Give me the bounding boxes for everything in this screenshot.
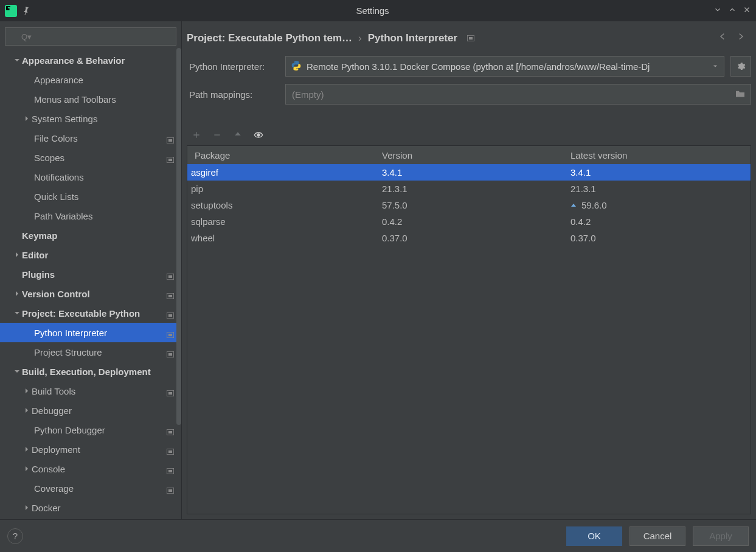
tree-node-project-executable-python[interactable]: Project: Executable Python bbox=[0, 303, 181, 323]
col-header-latest[interactable]: Latest version bbox=[564, 150, 751, 160]
tree-node-editor[interactable]: Editor bbox=[0, 245, 181, 264]
expand-icon[interactable] bbox=[728, 5, 737, 16]
nav-forward-icon bbox=[735, 31, 746, 45]
ok-button[interactable]: OK bbox=[566, 526, 622, 546]
svg-rect-6 bbox=[168, 275, 172, 278]
tree-node-debugger[interactable]: Debugger bbox=[0, 401, 181, 420]
settings-content: Project: Executable Python tem… › Python… bbox=[182, 21, 756, 519]
tree-node-project-structure[interactable]: Project Structure bbox=[0, 342, 181, 362]
tree-node-quick-lists[interactable]: Quick Lists bbox=[0, 187, 181, 206]
close-icon[interactable] bbox=[743, 5, 751, 16]
tree-node-keymap[interactable]: Keymap bbox=[0, 226, 181, 245]
chevron-right-icon bbox=[22, 446, 32, 452]
update-available-icon bbox=[570, 200, 577, 210]
project-marker-icon bbox=[167, 329, 175, 336]
tree-node-deployment[interactable]: Deployment bbox=[0, 440, 181, 459]
nav-back-icon[interactable] bbox=[717, 31, 728, 45]
tree-node-label: Python Interpreter bbox=[34, 328, 167, 338]
chevron-right-icon bbox=[22, 388, 32, 394]
search-input[interactable] bbox=[5, 27, 176, 46]
tree-node-label: Keymap bbox=[22, 230, 175, 241]
tree-node-appearance-behavior[interactable]: Appearance & Behavior bbox=[0, 50, 181, 70]
add-package-icon[interactable] bbox=[192, 130, 201, 142]
package-row[interactable]: sqlparse0.4.20.4.2 bbox=[187, 213, 751, 230]
tree-node-label: System Settings bbox=[32, 114, 175, 124]
settings-tree[interactable]: Appearance & BehaviorAppearanceMenus and… bbox=[0, 50, 181, 519]
folder-icon[interactable] bbox=[735, 89, 746, 100]
chevron-right-icon bbox=[22, 505, 32, 511]
interpreter-settings-button[interactable] bbox=[730, 56, 751, 77]
interpreter-value: Remote Python 3.10.1 Docker Compose (pyt… bbox=[307, 61, 650, 72]
package-latest: 0.4.2 bbox=[564, 216, 751, 227]
tree-node-build-tools[interactable]: Build Tools bbox=[0, 381, 181, 401]
breadcrumb-project[interactable]: Project: Executable Python tem… bbox=[187, 32, 352, 44]
tree-node-python-debugger[interactable]: Python Debugger bbox=[0, 420, 181, 440]
chevron-right-icon bbox=[22, 466, 32, 472]
tree-node-appearance[interactable]: Appearance bbox=[0, 70, 181, 89]
package-row[interactable]: wheel0.37.00.37.0 bbox=[187, 230, 751, 246]
tree-node-coverage[interactable]: Coverage bbox=[0, 478, 181, 498]
remove-package-icon[interactable] bbox=[212, 130, 222, 142]
package-name: pip bbox=[187, 184, 376, 194]
tree-node-python-interpreter[interactable]: Python Interpreter bbox=[0, 323, 181, 342]
tree-node-label: Appearance bbox=[34, 75, 175, 85]
path-mappings-value: (Empty) bbox=[292, 89, 324, 100]
upgrade-package-icon[interactable] bbox=[233, 130, 243, 142]
cancel-button[interactable]: Cancel bbox=[629, 526, 685, 546]
col-header-version[interactable]: Version bbox=[376, 150, 564, 160]
tree-node-label: Deployment bbox=[32, 444, 167, 455]
package-row[interactable]: pip21.3.121.3.1 bbox=[187, 181, 751, 197]
help-button[interactable]: ? bbox=[7, 528, 23, 544]
app-icon bbox=[5, 5, 17, 17]
tree-node-label: Build, Execution, Deployment bbox=[22, 367, 175, 377]
package-latest: 3.4.1 bbox=[564, 167, 751, 178]
tree-node-console[interactable]: Console bbox=[0, 459, 181, 478]
tree-node-path-variables[interactable]: Path Variables bbox=[0, 206, 181, 226]
tree-node-plugins[interactable]: Plugins bbox=[0, 264, 181, 284]
project-marker-icon bbox=[167, 466, 175, 472]
show-early-releases-icon[interactable] bbox=[254, 130, 263, 142]
collapse-icon[interactable] bbox=[713, 5, 722, 16]
tree-node-label: Project Structure bbox=[34, 347, 167, 357]
tree-node-label: Docker bbox=[32, 503, 175, 513]
tree-node-version-control[interactable]: Version Control bbox=[0, 284, 181, 303]
chevron-down-icon bbox=[12, 310, 22, 316]
package-table-header: Package Version Latest version bbox=[187, 146, 751, 164]
sidebar-scrollbar[interactable] bbox=[176, 48, 181, 519]
apply-button[interactable]: Apply bbox=[693, 526, 749, 546]
tree-node-label: Appearance & Behavior bbox=[22, 55, 175, 66]
tree-node-label: Build Tools bbox=[32, 386, 167, 396]
marker-icon bbox=[467, 32, 474, 44]
svg-rect-18 bbox=[168, 431, 172, 433]
package-version: 21.3.1 bbox=[376, 184, 564, 194]
tree-node-scopes[interactable]: Scopes bbox=[0, 148, 181, 167]
breadcrumb-interpreter: Python Interpreter bbox=[368, 32, 457, 44]
project-marker-icon bbox=[167, 135, 175, 141]
project-marker-icon bbox=[167, 154, 175, 160]
path-mappings-input[interactable]: (Empty) bbox=[285, 84, 751, 105]
svg-rect-22 bbox=[168, 470, 172, 472]
tree-node-notifications[interactable]: Notifications bbox=[0, 167, 181, 187]
package-row[interactable]: setuptools57.5.059.6.0 bbox=[187, 197, 751, 213]
chevron-down-icon bbox=[12, 57, 22, 63]
chevron-down-icon bbox=[712, 61, 719, 72]
package-version: 0.37.0 bbox=[376, 233, 564, 243]
tree-node-system-settings[interactable]: System Settings bbox=[0, 109, 181, 128]
svg-rect-10 bbox=[168, 314, 172, 317]
tree-node-menus-and-toolbars[interactable]: Menus and Toolbars bbox=[0, 89, 181, 109]
tree-node-label: Debugger bbox=[32, 405, 175, 416]
package-version: 3.4.1 bbox=[376, 167, 564, 178]
tree-node-label: File Colors bbox=[34, 133, 167, 143]
package-name: setuptools bbox=[187, 200, 376, 210]
project-marker-icon bbox=[167, 349, 175, 355]
chevron-right-icon bbox=[22, 407, 32, 413]
col-header-package[interactable]: Package bbox=[187, 150, 376, 160]
tree-node-file-colors[interactable]: File Colors bbox=[0, 128, 181, 148]
package-row[interactable]: asgiref3.4.13.4.1 bbox=[187, 164, 751, 181]
paths-label: Path mappings: bbox=[189, 89, 279, 100]
tree-node-docker[interactable]: Docker bbox=[0, 498, 181, 517]
dialog-footer: ? OK Cancel Apply bbox=[0, 519, 756, 552]
tree-node-build-execution-deployment[interactable]: Build, Execution, Deployment bbox=[0, 362, 181, 381]
interpreter-dropdown[interactable]: Remote Python 3.10.1 Docker Compose (pyt… bbox=[285, 56, 724, 77]
package-name: sqlparse bbox=[187, 216, 376, 227]
